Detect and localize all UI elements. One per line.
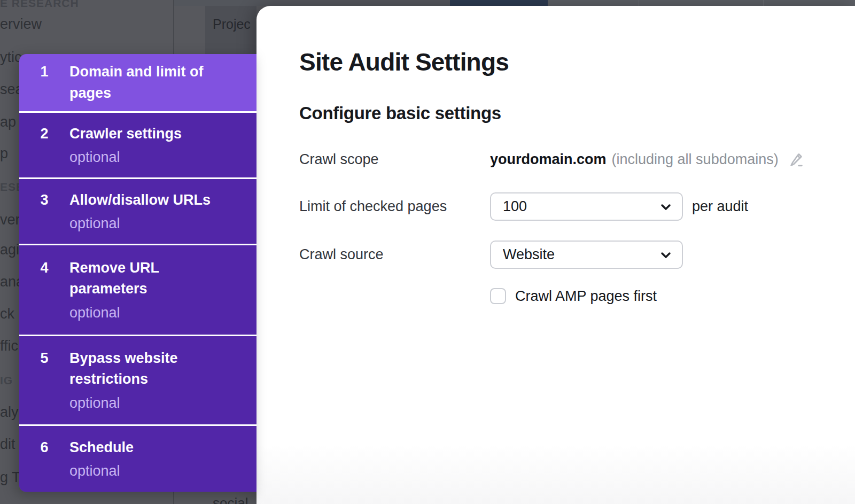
step-number: 2 [19,123,69,144]
bg-sidebar-fragment: dit [0,436,15,453]
crawl-scope-row: Crawl scope yourdomain.com (including al… [299,150,804,168]
step-optional-label: optional [69,214,235,233]
step-texts: Crawler settingsoptional [69,123,235,167]
stepper-step-content: 4Remove URL parametersoptional [19,258,235,322]
limit-suffix: per audit [692,198,748,215]
bg-sidebar-fragment: p [0,145,8,162]
bg-sidebar-fragment: IG [0,374,13,387]
crawl-scope-label: Crawl scope [299,151,490,168]
limit-label: Limit of checked pages [299,198,490,215]
step-texts: Remove URL parametersoptional [69,258,235,322]
limit-select-value: 100 [503,198,527,215]
crawl-source-select-value: Website [503,246,555,263]
crawl-scope-value: yourdomain.com (including all subdomains… [490,150,804,168]
limit-row: Limit of checked pages 100 per audit [299,192,748,221]
pencil-icon [786,150,804,168]
crawl-source-select[interactable]: Website [490,241,683,269]
step-title: Bypass website restrictions [69,348,235,390]
limit-select[interactable]: 100 [490,192,683,221]
step-texts: Scheduleoptional [69,437,235,480]
step-texts: Bypass website restrictionsoptional [69,348,235,412]
crawl-amp-label: Crawl AMP pages first [515,288,657,305]
bg-sidebar-fragment: aly [0,404,19,421]
stepper-step-content: 1Domain and limit of pages [19,61,235,103]
stepper-step-6[interactable]: 6Scheduleoptional [19,426,256,492]
stepper-step-content: 6Scheduleoptional [19,437,235,480]
step-number: 3 [19,190,69,211]
crawl-scope-note: (including all subdomains) [612,151,779,168]
screen: Projec E RESEARCHerviewyticseaappESEvera… [0,0,855,504]
step-optional-label: optional [69,394,235,413]
bg-top-nav-active-tab [450,0,548,6]
bg-sidebar-fragment: ffic [0,338,18,354]
step-title: Remove URL parameters [69,258,235,299]
bg-projects-tab: Projec [205,6,256,54]
step-title: Allow/disallow URLs [69,190,235,211]
step-title: Crawler settings [69,123,235,144]
crawl-source-label: Crawl source [299,246,490,263]
bg-sidebar-fragment: ck [0,306,14,322]
stepper-step-content: 3Allow/disallow URLsoptional [19,190,235,233]
step-title: Schedule [69,437,235,458]
bg-top-nav [173,0,855,6]
crawl-amp-checkbox[interactable] [490,288,506,304]
section-title: Configure basic settings [299,103,501,123]
step-optional-label: optional [69,148,235,167]
stepper-step-content: 5Bypass website restrictionsoptional [19,348,235,412]
step-number: 4 [19,258,69,278]
modal-title: Site Audit Settings [299,48,509,76]
amp-row: Crawl AMP pages first [490,288,657,304]
stepper-step-1[interactable]: 1Domain and limit of pages [19,54,256,113]
bg-sidebar-divider [173,0,174,54]
step-texts: Domain and limit of pages [69,61,235,103]
step-number: 5 [19,348,69,369]
bg-sidebar-divider [173,492,174,504]
step-title: Domain and limit of pages [69,61,235,103]
bg-projects-tab-label: Projec [213,17,251,32]
bg-sidebar-fragment: agi [0,242,19,258]
crawl-source-row: Crawl source Website [299,241,683,269]
stepper: 1Domain and limit of pages2Crawler setti… [19,54,256,492]
chevron-down-icon [658,247,673,262]
bg-top-nav-separator [763,0,764,6]
step-optional-label: optional [69,304,235,322]
bg-sidebar-fragment: erview [0,16,42,33]
stepper-step-3[interactable]: 3Allow/disallow URLsoptional [19,179,256,245]
chevron-down-icon [658,199,673,214]
bg-bottom-text: social [213,495,248,504]
step-number: 1 [19,61,69,82]
bg-sidebar-fragment: ver [0,212,20,228]
crawl-scope-domain: yourdomain.com [490,151,607,168]
bg-sidebar-fragment: ytic [0,49,22,66]
stepper-step-4[interactable]: 4Remove URL parametersoptional [19,245,256,336]
bg-sidebar-fragment: E RESEARCH [0,0,79,10]
step-number: 6 [19,437,69,458]
stepper-step-5[interactable]: 5Bypass website restrictionsoptional [19,336,256,426]
site-audit-settings-modal: Site Audit Settings Configure basic sett… [256,6,855,504]
step-optional-label: optional [69,462,235,480]
edit-crawl-scope-button[interactable] [786,150,804,168]
stepper-step-content: 2Crawler settingsoptional [19,123,235,167]
step-texts: Allow/disallow URLsoptional [69,190,235,233]
bg-top-nav-right [548,0,855,6]
bg-top-nav-separator [639,0,639,6]
stepper-step-2[interactable]: 2Crawler settingsoptional [19,113,256,179]
bg-sidebar-fragment: ap [0,114,16,130]
